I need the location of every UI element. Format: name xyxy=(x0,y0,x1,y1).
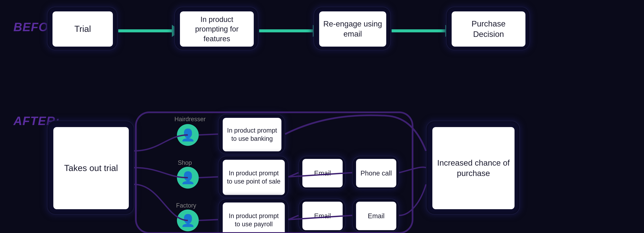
factory-email1-outer: Email xyxy=(298,199,346,232)
before-arrow-3 xyxy=(392,25,454,37)
before-arrow-1 xyxy=(118,25,181,37)
banking-prompt-card: In product prompt to use banking xyxy=(223,118,282,151)
shop-label: Shop xyxy=(178,159,192,166)
arrow-body xyxy=(392,29,445,32)
shop-phone-card: Phone call xyxy=(356,159,396,188)
svg-line-5 xyxy=(288,216,298,220)
arrow-body xyxy=(118,29,172,32)
before-prompting-card: In product prompting for features xyxy=(180,12,254,46)
hairdresser-label: Hairdresser xyxy=(174,116,206,123)
before-reengage-outer: Re-engage using email xyxy=(314,7,391,50)
factory-label: Factory xyxy=(176,202,196,209)
svg-line-3 xyxy=(288,173,298,177)
shop-icon: 👤 xyxy=(177,167,199,188)
before-trial-card: Trial xyxy=(52,12,113,46)
factory-email2-outer: Email xyxy=(352,199,399,232)
factory-icon: 👤 xyxy=(177,210,199,231)
svg-line-2 xyxy=(199,220,218,220)
before-reengage-card: Re-engage using email xyxy=(319,12,386,46)
factory-email2-card: Email xyxy=(356,202,396,230)
after-trial-outer: Takes out trial xyxy=(47,121,134,214)
svg-line-0 xyxy=(199,134,218,135)
payroll-prompt-card: In product prompt to use payroll xyxy=(223,202,285,233)
pos-prompt-outer: In product prompt to use point of sale xyxy=(218,156,288,198)
payroll-prompt-outer: In product prompt to use payroll xyxy=(218,199,288,233)
after-purchase-card: Increased chance of purchase xyxy=(432,127,514,209)
before-trial-outer: Trial xyxy=(47,7,118,50)
shop-phone-outer: Phone call xyxy=(352,156,399,190)
before-prompting-outer: In product prompting for features xyxy=(174,7,258,50)
after-trial-card: Takes out trial xyxy=(53,127,129,209)
before-arrow-2 xyxy=(259,25,322,37)
arrow-body xyxy=(259,29,313,32)
shop-email-outer: Email xyxy=(298,156,346,190)
shop-email-card: Email xyxy=(302,159,343,188)
after-purchase-outer: Increased chance of purchase xyxy=(426,121,520,214)
before-purchase-card: Purchase Decision xyxy=(452,12,526,46)
before-purchase-outer: Purchase Decision xyxy=(446,7,530,50)
svg-line-1 xyxy=(199,177,218,178)
hairdresser-icon: 👤 xyxy=(177,124,199,146)
diagram-container: BEFORE: AFTER: Trial In product promptin… xyxy=(0,0,644,233)
banking-prompt-outer: In product prompt to use banking xyxy=(218,114,285,154)
pos-prompt-card: In product prompt to use point of sale xyxy=(223,160,285,195)
factory-email1-card: Email xyxy=(302,202,343,230)
